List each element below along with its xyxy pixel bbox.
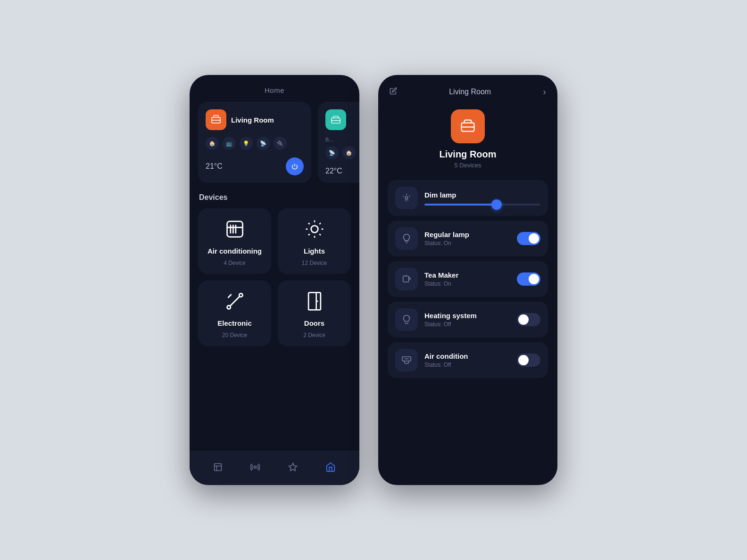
right-phone-header: Living Room ›: [378, 75, 557, 105]
living-room-name: Living Room: [231, 116, 274, 124]
air-condition-info: Air condition Status: Off: [424, 352, 510, 368]
device-row-dim-lamp: Dim lamp: [388, 180, 548, 216]
tea-maker-toggle[interactable]: [517, 272, 540, 286]
lights-icon: [304, 219, 325, 242]
electronic-icon: [224, 291, 245, 314]
device-card-ac[interactable]: Air conditioning 4 Device: [198, 208, 271, 274]
device-card-lights[interactable]: Lights 12 Device: [278, 208, 351, 274]
svg-line-12: [319, 223, 321, 224]
device-icon-2: 📺: [223, 137, 236, 150]
bedroom-device-icons: 📡 🏠: [325, 146, 359, 159]
bottom-nav: [190, 451, 359, 485]
ac-count: 4 Device: [224, 260, 246, 266]
svg-point-19: [254, 466, 257, 469]
svg-marker-20: [289, 463, 297, 471]
svg-point-13: [239, 294, 242, 297]
dim-lamp-info: Dim lamp: [424, 191, 540, 206]
device-row-air-condition: Air condition Status: Off: [388, 342, 548, 378]
right-phone: Living Room › Living Room 5 Devices: [378, 75, 557, 485]
dim-lamp-name: Dim lamp: [424, 191, 540, 199]
room-hero-icon-box: [451, 109, 485, 143]
tea-maker-toggle-knob: [529, 274, 539, 284]
room-hero-name: Living Room: [439, 149, 496, 160]
left-phone-header: Home: [190, 75, 359, 102]
room-hero-count: 5 Devices: [454, 162, 481, 169]
device-icon-5: 🔌: [274, 137, 287, 150]
device-card-doors[interactable]: Doors 2 Device: [278, 280, 351, 346]
bed-icon-2: 🏠: [342, 146, 356, 159]
device-row-regular-lamp: Regular lamp Status: On: [388, 221, 548, 256]
device-icons-row: 🏠 📺 💡 📡 🔌: [206, 137, 304, 150]
air-condition-toggle[interactable]: [517, 354, 540, 367]
lights-name: Lights: [304, 247, 325, 255]
svg-line-24: [403, 196, 404, 197]
doors-count: 2 Device: [303, 332, 325, 338]
dim-lamp-slider-fill: [424, 204, 497, 206]
dim-lamp-slider-thumb[interactable]: [491, 199, 502, 210]
dim-lamp-icon-box: [395, 187, 418, 209]
devices-grid: Air conditioning 4 Device Lights 12: [190, 208, 359, 346]
right-header-title: Living Room: [449, 88, 491, 96]
device-icon-4: 📡: [257, 137, 270, 150]
room-hero: Living Room 5 Devices: [378, 105, 557, 180]
svg-point-4: [311, 226, 318, 233]
room-card-living[interactable]: Living Room 🏠 📺 💡 📡 🔌 21°C: [198, 102, 311, 183]
heating-toggle-knob: [518, 314, 529, 325]
device-icon-1: 🏠: [206, 137, 219, 150]
svg-rect-16: [214, 464, 221, 471]
room-footer: 21°C: [206, 157, 304, 175]
tea-maker-name: Tea Maker: [424, 271, 510, 279]
nav-sensor-icon[interactable]: [247, 459, 264, 478]
edit-icon[interactable]: [390, 87, 397, 97]
air-condition-icon-box: [395, 349, 418, 371]
svg-rect-15: [308, 293, 321, 310]
air-condition-status: Status: Off: [424, 362, 510, 368]
regular-lamp-toggle-knob: [529, 233, 539, 244]
svg-point-14: [227, 305, 230, 309]
nav-home-icon[interactable]: [322, 458, 340, 478]
bedroom-temp: 22°C: [325, 167, 359, 175]
svg-line-11: [308, 234, 310, 235]
room-card-bedroom[interactable]: B... 📡 🏠 22°C: [318, 102, 359, 183]
heating-toggle[interactable]: [517, 313, 540, 326]
device-row-heating: Heating system Status: Off: [388, 302, 548, 338]
heating-icon-box: [395, 308, 418, 331]
dim-lamp-slider-track[interactable]: [424, 204, 540, 206]
nav-list-icon[interactable]: [209, 459, 226, 478]
svg-rect-26: [403, 276, 409, 282]
lights-count: 12 Device: [302, 260, 327, 266]
nav-favorite-icon[interactable]: [284, 459, 301, 478]
bedroom-header: [325, 109, 359, 130]
home-title: Home: [265, 86, 284, 94]
device-row-tea-maker: Tea Maker Status: On: [388, 261, 548, 297]
chevron-right-icon[interactable]: ›: [543, 86, 546, 97]
room-temp: 21°C: [206, 162, 223, 171]
air-condition-toggle-knob: [518, 355, 529, 365]
svg-line-9: [308, 223, 310, 224]
device-card-electronic[interactable]: Electronic 20 Device: [198, 280, 271, 346]
rooms-row: Living Room 🏠 📺 💡 📡 🔌 21°C: [190, 102, 359, 183]
svg-line-25: [409, 196, 410, 197]
room-card-header: Living Room: [206, 109, 304, 130]
bedroom-icon-box: [325, 109, 346, 130]
devices-section-label: Devices: [190, 183, 359, 208]
svg-rect-3: [227, 222, 242, 237]
power-button[interactable]: [286, 157, 304, 175]
ac-name: Air conditioning: [208, 247, 262, 255]
regular-lamp-info: Regular lamp Status: On: [424, 231, 510, 247]
tea-maker-icon-box: [395, 268, 418, 290]
ac-icon: [224, 219, 245, 242]
heating-name: Heating system: [424, 312, 510, 320]
regular-lamp-toggle[interactable]: [517, 232, 540, 245]
heating-info: Heating system Status: Off: [424, 312, 510, 328]
regular-lamp-icon-box: [395, 227, 418, 250]
electronic-name: Electronic: [217, 319, 252, 327]
tea-maker-info: Tea Maker Status: On: [424, 271, 510, 287]
heating-status: Status: Off: [424, 321, 510, 328]
device-icon-3: 💡: [240, 137, 253, 150]
left-phone: Home Living Room 🏠 📺 💡 📡 🔌: [190, 75, 359, 485]
electronic-count: 20 Device: [222, 332, 247, 338]
bed-icon-1: 📡: [325, 146, 339, 159]
tea-maker-status: Status: On: [424, 280, 510, 287]
living-room-icon-box: [206, 109, 226, 130]
